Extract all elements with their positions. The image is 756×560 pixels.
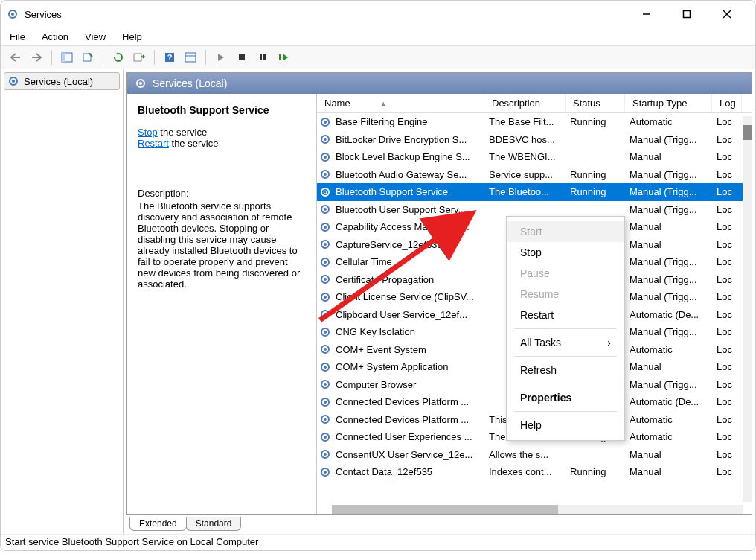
svg-rect-17 — [279, 54, 281, 60]
refresh-button[interactable] — [109, 48, 127, 66]
tree-root-node[interactable]: Services (Local) — [4, 72, 120, 90]
help-button[interactable]: ? — [161, 48, 179, 66]
table-row[interactable]: Block Level Backup Engine S...The WBENGI… — [317, 148, 752, 166]
service-startup: Automatic (De... — [625, 309, 712, 320]
col-logon[interactable]: Log — [712, 94, 742, 112]
service-logon: Loc — [712, 186, 742, 197]
gear-icon — [319, 186, 331, 198]
menu-action[interactable]: Action — [42, 31, 68, 42]
menu-view[interactable]: View — [85, 31, 106, 42]
close-button[interactable] — [714, 4, 740, 25]
start-service-button[interactable] — [212, 48, 230, 66]
col-name[interactable]: Name▲ — [317, 94, 484, 112]
export-button[interactable] — [79, 48, 97, 66]
menu-file[interactable]: File — [10, 31, 25, 42]
window-title: Services — [25, 9, 633, 20]
service-startup: Manual (Trigg... — [625, 204, 712, 215]
gear-icon — [319, 396, 331, 408]
gear-icon — [319, 116, 331, 128]
service-logon: Loc — [712, 361, 742, 372]
gear-icon — [319, 413, 331, 425]
service-startup: Manual (Trigg... — [625, 326, 712, 337]
service-logon: Loc — [712, 256, 742, 267]
tab-extended[interactable]: Extended — [129, 517, 187, 531]
properties-button[interactable] — [182, 48, 199, 66]
stop-link[interactable]: Stop — [138, 127, 158, 138]
svg-point-43 — [324, 296, 327, 299]
vertical-scrollbar[interactable] — [743, 116, 752, 502]
col-startup[interactable]: Startup Type — [625, 94, 712, 112]
restart-service-button[interactable] — [275, 48, 292, 66]
col-status[interactable]: Status — [566, 94, 625, 112]
titlebar: Services — [1, 1, 755, 28]
pane-header-title: Services (Local) — [153, 77, 227, 89]
table-row[interactable]: Base Filtering EngineThe Base Filt...Run… — [317, 113, 752, 131]
service-startup: Manual — [625, 239, 712, 250]
service-name: BitLocker Drive Encryption S... — [336, 134, 467, 145]
table-row[interactable]: ConsentUX User Service_12e...Allows the … — [317, 446, 752, 464]
gear-icon — [319, 221, 331, 233]
stop-service-line: Stop the service — [138, 127, 306, 138]
tab-standard[interactable]: Standard — [186, 517, 242, 531]
gear-icon — [319, 133, 331, 145]
ctx-restart[interactable]: Restart — [507, 305, 624, 325]
service-logon: Loc — [712, 414, 742, 425]
forward-button[interactable] — [28, 48, 45, 66]
svg-point-57 — [324, 418, 327, 421]
gear-icon — [319, 308, 331, 320]
ctx-help[interactable]: Help — [507, 415, 624, 436]
svg-point-55 — [324, 401, 327, 404]
service-logon: Loc — [712, 151, 742, 162]
show-hide-tree-button[interactable] — [58, 48, 76, 66]
service-name: Cellular Time — [336, 256, 392, 267]
gear-icon — [319, 168, 331, 180]
service-logon: Loc — [712, 449, 742, 460]
service-description: The WBENGI... — [484, 151, 566, 162]
service-name: Capability Access Manager S... — [336, 221, 470, 232]
pause-service-button[interactable] — [254, 48, 272, 66]
table-row[interactable]: Contact Data_12ef535Indexes cont...Runni… — [317, 463, 752, 481]
ctx-stop[interactable]: Stop — [507, 242, 624, 263]
service-name: Certificate Propagation — [336, 274, 434, 285]
ctx-refresh[interactable]: Refresh — [507, 360, 624, 381]
service-startup: Manual (Trigg... — [625, 274, 712, 285]
svg-rect-16 — [263, 54, 266, 60]
gear-icon — [319, 291, 331, 303]
service-logon: Loc — [712, 169, 742, 180]
svg-rect-3 — [684, 11, 691, 18]
service-startup: Automatic (De... — [625, 396, 712, 407]
gear-icon — [319, 466, 331, 478]
table-row[interactable]: Bluetooth Audio Gateway Se...Service sup… — [317, 166, 752, 184]
horizontal-scrollbar[interactable] — [332, 505, 743, 514]
service-name: Contact Data_12ef535 — [336, 466, 432, 477]
service-description: Service supp... — [484, 169, 566, 180]
ctx-all-tasks[interactable]: All Tasks› — [507, 332, 624, 353]
col-description[interactable]: Description — [484, 94, 566, 112]
service-logon: Loc — [712, 116, 742, 127]
service-logon: Loc — [712, 204, 742, 215]
service-startup: Manual (Trigg... — [625, 169, 712, 180]
table-row[interactable]: Bluetooth Support ServiceThe Bluetoo...R… — [317, 183, 752, 201]
service-logon: Loc — [712, 344, 742, 355]
back-button[interactable] — [7, 48, 25, 66]
gear-icon — [319, 378, 331, 390]
window-controls — [633, 4, 749, 25]
ctx-properties[interactable]: Properties — [507, 387, 624, 408]
svg-point-49 — [324, 348, 327, 351]
minimize-button[interactable] — [633, 4, 660, 25]
tabs-strip: Extended Standard — [126, 515, 752, 531]
service-startup: Manual (Trigg... — [625, 186, 712, 197]
service-startup: Manual — [625, 449, 712, 460]
service-name: Connected Devices Platform ... — [336, 396, 469, 407]
stop-service-button[interactable] — [233, 48, 251, 66]
svg-point-19 — [12, 80, 15, 83]
maximize-button[interactable] — [673, 4, 700, 25]
restart-link[interactable]: Restart — [138, 138, 169, 149]
menu-help[interactable]: Help — [122, 31, 142, 42]
svg-rect-7 — [62, 53, 65, 62]
export-list-button[interactable] — [130, 48, 148, 66]
context-menu: Start Stop Pause Resume Restart All Task… — [506, 216, 625, 441]
table-row[interactable]: BitLocker Drive Encryption S...BDESVC ho… — [317, 131, 752, 149]
gear-icon — [319, 431, 331, 443]
ctx-resume: Resume — [507, 284, 624, 305]
